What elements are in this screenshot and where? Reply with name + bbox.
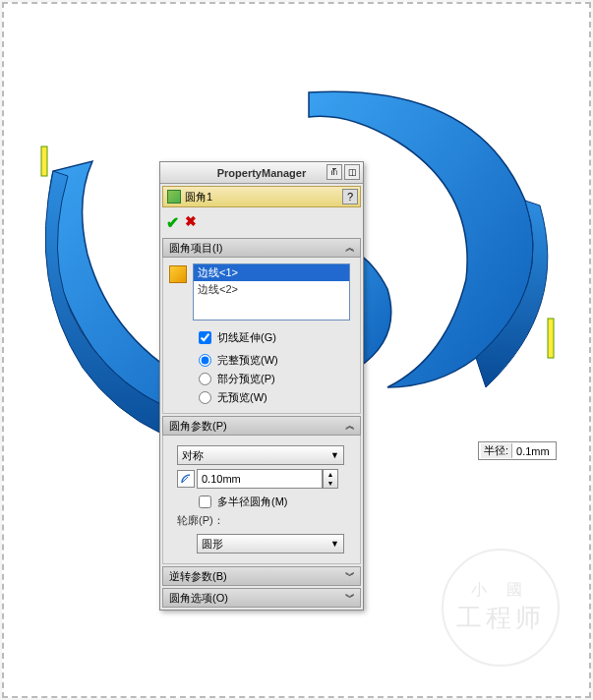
property-manager-panel: PropertyManager ⫚ ◫ 圆角1 ? ✔ ✖ 圆角项目(I) ︽ … <box>159 161 364 611</box>
panel-titlebar: PropertyManager ⫚ ◫ <box>160 162 363 184</box>
radius-icon <box>177 470 195 488</box>
symmetry-dropdown[interactable]: 对称▼ <box>177 445 344 465</box>
full-preview-radio[interactable] <box>199 354 211 367</box>
callout-label: 半径: <box>481 443 512 458</box>
ok-button[interactable]: ✔ <box>166 213 179 232</box>
multi-radius-checkbox[interactable] <box>199 496 211 508</box>
chevron-down-icon: ▼ <box>330 539 339 549</box>
collapse-icon: ︽ <box>345 419 355 433</box>
cancel-button[interactable]: ✖ <box>185 213 197 232</box>
section-params-header[interactable]: 圆角参数(P) ︽ <box>162 416 361 436</box>
no-preview-radio[interactable] <box>199 391 211 404</box>
layout-button[interactable]: ◫ <box>344 164 360 180</box>
radius-input[interactable] <box>197 469 323 489</box>
expand-icon: ︾ <box>345 569 355 583</box>
profile-dropdown[interactable]: 圆形▼ <box>197 534 344 554</box>
spin-up[interactable]: ▲ <box>324 470 337 479</box>
list-item[interactable]: 边线<1> <box>194 264 349 281</box>
svg-rect-0 <box>41 146 47 176</box>
collapse-icon: ︽ <box>345 241 355 255</box>
watermark: 小 國 工程师 <box>442 549 560 667</box>
spin-down[interactable]: ▼ <box>324 479 337 488</box>
feature-name-row: 圆角1 ? <box>162 186 361 207</box>
callout-value: 0.1mm <box>512 445 554 457</box>
list-item[interactable]: 边线<2> <box>194 281 349 298</box>
radius-callout[interactable]: 半径: 0.1mm <box>478 441 557 460</box>
tangent-checkbox[interactable] <box>199 331 211 344</box>
edges-listbox[interactable]: 边线<1> 边线<2> <box>193 263 350 321</box>
edge-select-icon <box>169 265 187 283</box>
feature-name: 圆角1 <box>185 190 212 204</box>
section-reverse-header[interactable]: 逆转参数(B) ︾ <box>162 566 361 586</box>
svg-rect-1 <box>548 319 554 358</box>
chevron-down-icon: ▼ <box>330 450 339 460</box>
fillet-icon <box>167 190 181 204</box>
panel-title: PropertyManager <box>217 167 306 179</box>
expand-icon: ︾ <box>345 591 355 605</box>
partial-preview-radio[interactable] <box>199 373 211 385</box>
section-items-header[interactable]: 圆角项目(I) ︽ <box>162 238 361 258</box>
profile-label: 轮廓(P)： <box>169 511 354 530</box>
pushpin-button[interactable]: ⫚ <box>326 164 342 180</box>
section-options-header[interactable]: 圆角选项(O) ︾ <box>162 588 361 608</box>
help-button[interactable]: ? <box>342 189 358 204</box>
